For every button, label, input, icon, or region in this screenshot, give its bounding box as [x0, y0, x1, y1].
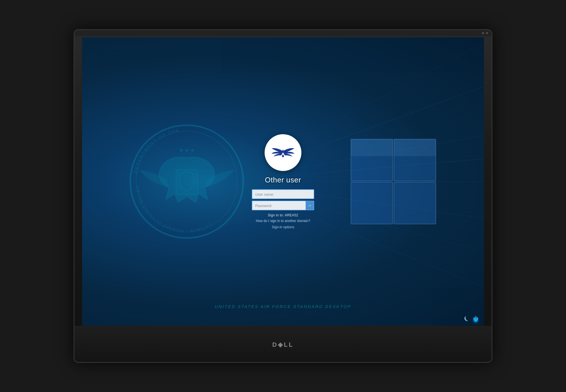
monitor-screw-left — [482, 32, 484, 34]
sleep-icon[interactable]: ⏾ — [464, 316, 469, 322]
dod-seal-watermark: ★ ★ ★ DEPARTMENT OF THE UNITED STATES OF… — [127, 122, 246, 241]
svg-rect-13 — [282, 155, 284, 157]
bottom-watermark: United States Air Force Standard Desktop — [215, 304, 351, 309]
arrow-icon: → — [307, 203, 312, 208]
user-avatar — [265, 134, 301, 171]
monitor-brand: D◈LL — [272, 341, 294, 348]
svg-rect-11 — [394, 139, 436, 156]
svg-rect-8 — [351, 182, 393, 224]
user-title: Other user — [265, 176, 301, 184]
svg-rect-10 — [351, 139, 393, 156]
password-row: → — [252, 201, 314, 210]
monitor-bottom: D◈LL — [74, 326, 492, 362]
windows-logo — [348, 136, 439, 227]
domain-link[interactable]: How do I sign in to another domain? — [256, 219, 310, 223]
screen: ★ ★ ★ DEPARTMENT OF THE UNITED STATES OF… — [82, 37, 484, 326]
submit-button[interactable]: → — [306, 201, 314, 210]
login-panel: Other user → Sign in to: AREA52 How do I… — [235, 134, 331, 229]
monitor-top-bar — [74, 30, 492, 36]
power-indicator — [474, 318, 478, 322]
monitor-screw-right — [486, 32, 488, 34]
svg-text:★ ★ ★: ★ ★ ★ — [179, 148, 194, 153]
sign-in-options-link[interactable]: Sign-in options — [272, 225, 294, 229]
svg-rect-9 — [394, 182, 436, 224]
monitor: ★ ★ ★ DEPARTMENT OF THE UNITED STATES OF… — [74, 29, 492, 363]
password-input[interactable] — [252, 201, 306, 210]
sign-in-to-label: Sign in to: AREA52 — [268, 213, 298, 217]
username-input[interactable] — [252, 189, 314, 199]
